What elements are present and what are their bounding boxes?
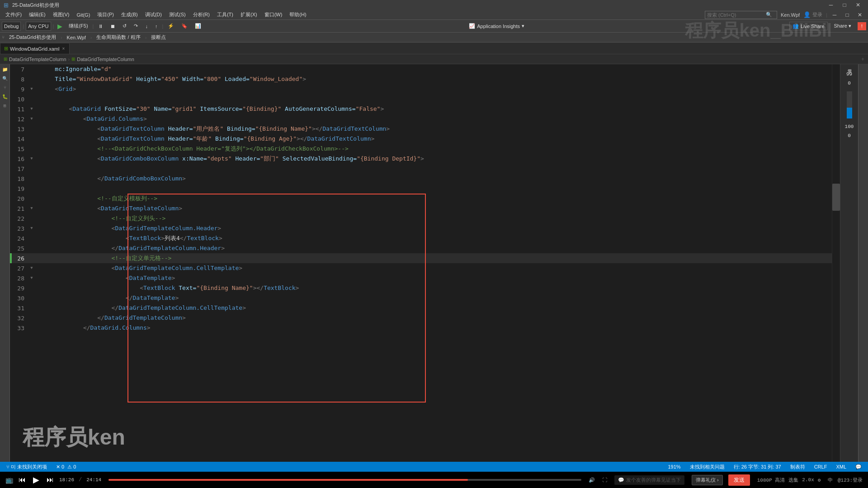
ln12-fold[interactable]: ▼: [28, 117, 35, 121]
menu-build[interactable]: 生成(B): [118, 10, 142, 19]
video-next-btn[interactable]: ⏭: [45, 475, 56, 485]
exception-btn[interactable]: ⚡: [165, 22, 177, 30]
menu-debug[interactable]: 调试(D): [142, 10, 165, 19]
code-line-26[interactable]: <!--自定义单元格-->: [37, 253, 832, 263]
gift-btn[interactable]: 弹幕礼仪 ›: [692, 475, 723, 485]
menu-edit[interactable]: 编辑(E): [25, 10, 49, 19]
danmaku-placeholder[interactable]: 发个友善的弹幕见证当下: [626, 477, 681, 483]
ln23-fold[interactable]: ▼: [28, 226, 35, 231]
status-lang[interactable]: 制表符: [788, 464, 808, 470]
breadcrumb1-btn[interactable]: 25-DataGrid初步使用: [6, 33, 59, 42]
video-prev-btn[interactable]: ⏮: [17, 475, 28, 485]
breadcrumb2-btn[interactable]: Ken.Wpf: [64, 34, 89, 41]
code-line-7[interactable]: mc:Ignorable="d": [37, 64, 832, 74]
vertical-scrollbar[interactable]: [832, 64, 840, 462]
breadcrumb-right[interactable]: DataGridTemplateColumn: [77, 57, 134, 62]
share-btn[interactable]: Share ▾: [831, 22, 854, 30]
tab-xaml[interactable]: ⊞ WindowDataGrid.xaml ×: [0, 43, 70, 54]
code-line-8[interactable]: Title="WindowDataGrid" Height="450" Widt…: [37, 74, 832, 84]
code-line-9[interactable]: <Grid>: [37, 84, 832, 94]
minimize-button[interactable]: ─: [825, 1, 837, 9]
stepout-btn[interactable]: ↑: [152, 23, 160, 30]
code-line-11[interactable]: <DataGrid FontSize="30" Name="grid1" Ite…: [37, 104, 832, 114]
stop-btn[interactable]: ⏹: [108, 23, 118, 30]
menu-git[interactable]: Git(G): [73, 11, 94, 19]
tb-close[interactable]: ✕: [854, 11, 866, 19]
code-line-12[interactable]: <DataGrid.Columns>: [37, 114, 832, 124]
status-zoom[interactable]: 191%: [665, 464, 683, 469]
code-editor[interactable]: mc:Ignorable="d" Title="WindowDataGrid" …: [37, 64, 832, 462]
breadcrumb4-btn[interactable]: 接断点: [148, 33, 169, 42]
code-line-10[interactable]: [37, 94, 832, 104]
live-share-btn[interactable]: 👥 Live Share: [789, 22, 828, 30]
config-dropdown[interactable]: Debug: [2, 22, 21, 31]
stepin-btn[interactable]: ↓: [142, 23, 151, 30]
code-line-13[interactable]: <DataGridTextColumn Header="用户姓名" Bindin…: [37, 124, 832, 134]
code-line-17[interactable]: [37, 164, 832, 174]
code-line-32[interactable]: </DataGridTemplateColumn>: [37, 313, 832, 323]
pause-btn[interactable]: ⏸: [95, 23, 106, 30]
breadcrumb-left[interactable]: DataGridTemplateColumn: [9, 57, 66, 62]
code-line-25[interactable]: </DataGridTemplateColumn.Header>: [37, 243, 832, 253]
ln11-fold[interactable]: ▼: [28, 107, 35, 111]
breadcrumb3-btn[interactable]: 生命周期函数 / 程序: [94, 33, 143, 42]
code-line-21[interactable]: <DataGridTemplateColumn>: [37, 204, 832, 213]
search-input[interactable]: [707, 12, 766, 18]
code-line-27[interactable]: <DataGridTemplateColumn.CellTemplate>: [37, 263, 832, 273]
code-line-16[interactable]: <DataGridComboBoxColumn x:Name="depts" H…: [37, 154, 832, 164]
scrollbar-thumb[interactable]: [832, 184, 840, 211]
status-feedback[interactable]: 💬: [853, 464, 864, 470]
send-button[interactable]: 发送: [728, 474, 750, 486]
perf-btn[interactable]: 📊: [192, 22, 204, 30]
tb-maximize[interactable]: □: [841, 11, 854, 19]
maximize-button[interactable]: □: [838, 1, 851, 9]
continue-btn[interactable]: 继续(F5): [66, 22, 90, 30]
menu-project[interactable]: 项目(P): [94, 10, 118, 19]
ln16-fold[interactable]: ▼: [28, 156, 35, 161]
code-line-28[interactable]: <DataTemplate>: [37, 273, 832, 283]
code-line-22[interactable]: <!--自定义列头-->: [37, 213, 832, 223]
status-no-issues[interactable]: 未找到相关问题: [687, 464, 727, 470]
code-line-18[interactable]: </DataGridComboBoxColumn>: [37, 174, 832, 184]
search-box[interactable]: 🔍: [705, 11, 777, 19]
menu-file[interactable]: 文件(F): [2, 10, 25, 19]
status-xml[interactable]: XML: [833, 464, 849, 469]
progress-bar[interactable]: [108, 479, 581, 481]
status-line-ending[interactable]: CRLF: [811, 464, 830, 469]
code-line-33[interactable]: </DataGrid.Columns>: [37, 323, 832, 333]
stepover-btn[interactable]: ↷: [131, 22, 141, 30]
code-line-31[interactable]: </DataGridTemplateColumn.CellTemplate>: [37, 303, 832, 313]
feedback-btn[interactable]: !: [858, 22, 866, 30]
menu-analyze[interactable]: 分析(R): [189, 10, 213, 19]
menu-test[interactable]: 测试(S): [165, 10, 189, 19]
status-line[interactable]: 行: 26 字节: 31 列: 37: [731, 464, 784, 470]
sidebar-explorer-icon[interactable]: 📁: [1, 66, 9, 73]
menu-window[interactable]: 窗口(W): [261, 10, 286, 19]
code-line-23[interactable]: <DataGridTemplateColumn.Header>: [37, 223, 832, 233]
tb-minimize[interactable]: ─: [828, 11, 841, 19]
playlist-label[interactable]: 选集: [788, 477, 798, 483]
ln9-fold[interactable]: ▼: [28, 87, 35, 91]
bookmark-btn[interactable]: 🔖: [179, 22, 190, 30]
status-git[interactable]: ⑂ 미 未找到关闭项: [4, 464, 50, 470]
sidebar-ext-icon[interactable]: ⊞: [1, 102, 9, 109]
settings-icon[interactable]: ⚙: [818, 477, 821, 483]
menu-help[interactable]: 帮助(H): [286, 10, 310, 19]
zoom-label[interactable]: 2.0x: [802, 477, 814, 483]
sidebar-search-icon[interactable]: 🔍: [1, 75, 9, 82]
sidebar-debug-icon[interactable]: 🐛: [1, 93, 9, 100]
restart-btn[interactable]: ↺: [120, 22, 129, 30]
ln27-fold[interactable]: ▼: [28, 266, 35, 270]
platform-dropdown[interactable]: Any CPU: [26, 22, 51, 31]
ln21-fold[interactable]: ▼: [28, 206, 35, 211]
code-line-15[interactable]: <!--<DataGridCheckBoxColumn Header="复选列"…: [37, 144, 832, 154]
play-button[interactable]: ▶: [56, 22, 64, 31]
code-line-30[interactable]: </DataTemplate>: [37, 293, 832, 303]
code-line-20[interactable]: <!--自定义模板列-->: [37, 194, 832, 204]
video-play-btn[interactable]: ▶: [31, 474, 41, 486]
breadcrumb-add[interactable]: +: [861, 56, 864, 62]
tab-close-btn[interactable]: ×: [61, 46, 66, 52]
signin-button[interactable]: 登录: [812, 11, 822, 18]
code-line-29[interactable]: <TextBlock Text="{Binding Name}"></TextB…: [37, 283, 832, 293]
sidebar-git-icon[interactable]: ⑂: [1, 84, 9, 91]
